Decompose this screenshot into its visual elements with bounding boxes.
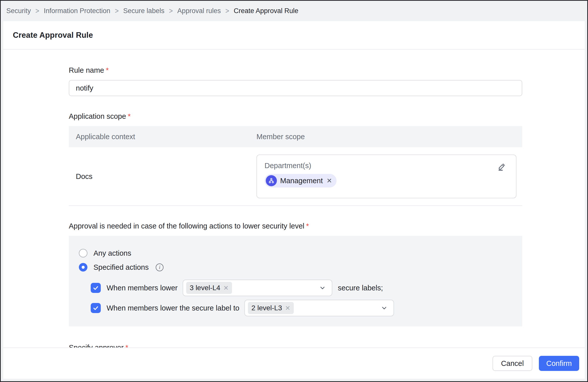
required-asterisk: * bbox=[106, 66, 109, 74]
column-header-applicable-context: Applicable context bbox=[69, 133, 256, 141]
rule-name-label: Rule name * bbox=[69, 66, 522, 74]
breadcrumb-separator-icon: > bbox=[115, 7, 119, 16]
application-scope-label: Application scope * bbox=[69, 112, 522, 121]
application-scope-table: Applicable context Member scope Docs Dep… bbox=[69, 126, 522, 206]
scope-table-row: Docs Department(s) bbox=[69, 147, 522, 198]
any-actions-radio[interactable] bbox=[79, 249, 87, 257]
chevron-down-icon bbox=[380, 304, 388, 312]
member-type-label: Department(s) bbox=[265, 162, 508, 170]
confirm-button[interactable]: Confirm bbox=[539, 356, 579, 371]
main-panel: Create Approval Rule Rule name * Applica… bbox=[3, 21, 585, 379]
pencil-icon bbox=[497, 162, 506, 171]
remove-level-tag-icon[interactable]: ✕ bbox=[223, 284, 228, 292]
selected-level-tag-label: 2 level-L3 bbox=[251, 304, 282, 312]
condition-1-level-select[interactable]: 3 level-L4 ✕ bbox=[183, 280, 332, 296]
applicable-context-value: Docs bbox=[69, 155, 256, 198]
rule-name-input[interactable] bbox=[69, 80, 522, 96]
any-actions-label: Any actions bbox=[93, 249, 131, 257]
page-title: Create Approval Rule bbox=[13, 31, 93, 40]
breadcrumb-approval-rules[interactable]: Approval rules bbox=[177, 7, 221, 15]
chevron-down-icon bbox=[319, 284, 326, 292]
selected-level-tag: 3 level-L4 ✕ bbox=[186, 282, 232, 294]
breadcrumb: Security > Information Protection > Secu… bbox=[1, 1, 587, 21]
checkmark-icon bbox=[92, 305, 99, 311]
breadcrumb-separator-icon: > bbox=[225, 7, 229, 16]
remove-level-tag-icon[interactable]: ✕ bbox=[285, 304, 290, 312]
approval-actions-label: Approval is needed in case of the follow… bbox=[69, 222, 522, 230]
breadcrumb-current-page: Create Approval Rule bbox=[234, 7, 299, 15]
create-approval-rule-screen: Security > Information Protection > Secu… bbox=[0, 0, 588, 382]
scope-table-header: Applicable context Member scope bbox=[69, 126, 522, 147]
condition-1-prefix: When members lower bbox=[107, 284, 178, 292]
edit-member-scope-button[interactable] bbox=[496, 161, 507, 173]
specified-actions-option[interactable]: Specified actions i bbox=[79, 263, 512, 272]
required-asterisk: * bbox=[125, 343, 128, 348]
specified-actions-label: Specified actions bbox=[93, 263, 149, 272]
create-rule-form: Rule name * Application scope * Applicab… bbox=[3, 50, 585, 348]
condition-row-lower-to: When members lower the secure label to 2… bbox=[91, 300, 512, 316]
department-tag-management[interactable]: Management ✕ bbox=[265, 174, 337, 187]
member-scope-card: Department(s) bbox=[256, 155, 516, 198]
specified-actions-radio[interactable] bbox=[79, 263, 87, 272]
breadcrumb-secure-labels[interactable]: Secure labels bbox=[123, 7, 165, 15]
selected-level-tag-label: 3 level-L4 bbox=[190, 284, 220, 292]
page-header: Create Approval Rule bbox=[3, 21, 585, 50]
any-actions-option[interactable]: Any actions bbox=[79, 249, 512, 257]
checkmark-icon bbox=[92, 285, 99, 291]
condition-1-checkbox[interactable] bbox=[91, 283, 101, 293]
condition-2-level-select[interactable]: 2 level-L3 ✕ bbox=[244, 300, 394, 316]
department-tag-label: Management bbox=[280, 177, 323, 185]
breadcrumb-information-protection[interactable]: Information Protection bbox=[44, 7, 110, 15]
condition-1-suffix: secure labels; bbox=[338, 284, 383, 292]
condition-2-prefix: When members lower the secure label to bbox=[107, 304, 239, 312]
condition-2-checkbox[interactable] bbox=[91, 303, 101, 313]
approval-actions-panel: Any actions Specified actions i When mem… bbox=[69, 236, 522, 326]
remove-department-icon[interactable]: ✕ bbox=[326, 177, 332, 185]
cancel-button[interactable]: Cancel bbox=[493, 356, 532, 371]
breadcrumb-separator-icon: > bbox=[169, 7, 173, 16]
selected-level-tag: 2 level-L3 ✕ bbox=[248, 302, 294, 314]
department-icon bbox=[266, 175, 277, 186]
breadcrumb-security[interactable]: Security bbox=[6, 7, 31, 15]
specify-approver-label: Specify approver * bbox=[69, 343, 522, 348]
required-asterisk: * bbox=[306, 222, 309, 230]
form-footer: Cancel Confirm bbox=[3, 348, 585, 379]
condition-row-lower-labels: When members lower 3 level-L4 ✕ secure l… bbox=[91, 280, 512, 296]
breadcrumb-separator-icon: > bbox=[36, 7, 39, 16]
required-asterisk: * bbox=[128, 112, 130, 121]
info-icon[interactable]: i bbox=[156, 263, 164, 271]
column-header-member-scope: Member scope bbox=[256, 133, 522, 141]
